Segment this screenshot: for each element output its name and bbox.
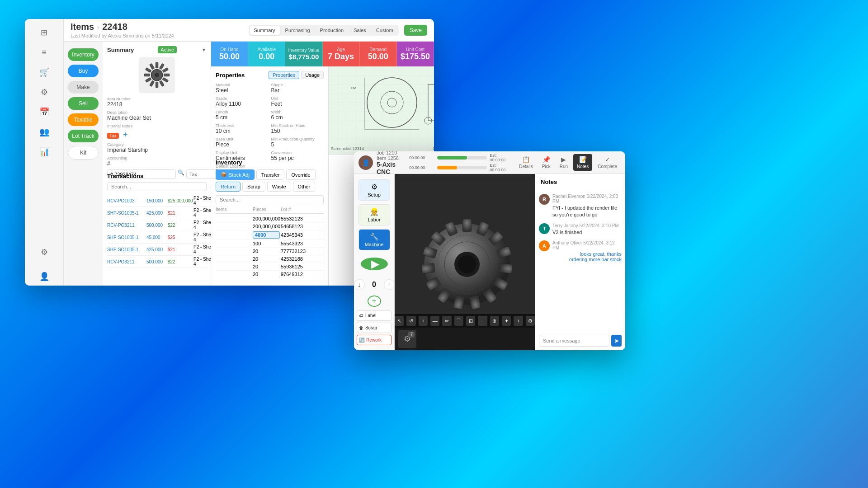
age-value: 7 Days bbox=[328, 52, 354, 61]
other-button[interactable]: Other bbox=[293, 182, 316, 192]
tool-cursor[interactable]: ↖ bbox=[395, 316, 404, 326]
main-header: Items › 22418 Last Modified by Alexia Si… bbox=[64, 19, 434, 42]
scrap-job-button[interactable]: 🗑 Scrap bbox=[357, 323, 392, 333]
thickness-label: Thickness bbox=[216, 123, 269, 128]
summary-title: Summary bbox=[107, 47, 134, 53]
stock-adj-button[interactable]: 📦 Stock Adj bbox=[216, 169, 255, 180]
sidebar-list-icon[interactable]: ≡ bbox=[35, 43, 53, 61]
taxable-button[interactable]: Taxable bbox=[68, 113, 99, 126]
sell-button[interactable]: Sell bbox=[68, 97, 99, 110]
on-hand-value: 50.00 bbox=[219, 52, 240, 61]
notes-send-button[interactable]: ➤ bbox=[611, 335, 622, 347]
inventory-search[interactable] bbox=[216, 195, 324, 204]
tab-usage[interactable]: Usage bbox=[301, 71, 324, 79]
job-window: 👤 Job 1210 Item 1256 5-Axis CNC 00:00:00… bbox=[354, 151, 625, 350]
min-stock-label: Min Stock on Hand bbox=[271, 123, 324, 128]
tab-purchasing[interactable]: Purchasing bbox=[281, 26, 315, 35]
job-tab-details[interactable]: 📋 Details bbox=[515, 154, 537, 171]
tool-rotate[interactable]: ↺ bbox=[406, 316, 415, 326]
description-label: Description bbox=[107, 110, 206, 115]
notes-input[interactable] bbox=[539, 335, 609, 347]
unit-value: Feet bbox=[271, 101, 324, 107]
tab-custom[interactable]: Custom bbox=[372, 26, 398, 35]
tool-grid[interactable]: ⊞ bbox=[466, 316, 475, 326]
setup-button[interactable]: ⚙ Setup bbox=[359, 179, 390, 201]
length-label: Length bbox=[216, 110, 269, 114]
svg-rect-11 bbox=[144, 74, 150, 76]
tool-star[interactable]: ✦ bbox=[502, 316, 511, 326]
inventory-button[interactable]: Inventory bbox=[68, 48, 99, 61]
tool-settings[interactable]: ⚙ bbox=[526, 316, 535, 326]
tool-line[interactable]: — bbox=[430, 316, 439, 326]
sidebar-users-icon[interactable]: 👥 bbox=[35, 123, 53, 141]
stat-available: Available 0.00 bbox=[248, 42, 285, 66]
tool-add[interactable]: + bbox=[514, 316, 523, 326]
labor-button[interactable]: 👷 Labor bbox=[359, 204, 390, 225]
list-item: 20 777732123 bbox=[216, 248, 324, 255]
job-tab-pick[interactable]: 📌 Pick bbox=[538, 154, 554, 171]
note-avatar: T bbox=[539, 223, 550, 234]
job-name: 5-Axis CNC bbox=[377, 161, 406, 175]
machine-button[interactable]: 🔧 Machine bbox=[359, 229, 390, 250]
length-value: 5 cm bbox=[216, 114, 269, 121]
job-tab-complete[interactable]: ✓ Complete bbox=[594, 154, 621, 171]
lot-track-button[interactable]: Lot Track bbox=[68, 130, 99, 142]
label-icon: 🏷 bbox=[359, 313, 363, 318]
add-counter-button[interactable]: + bbox=[368, 296, 381, 307]
note-author: Terry Jacoby 5/22/2024, 3:10 PM bbox=[552, 223, 619, 228]
note-author: Anthony Oliver 5/22/2024, 3:12 PM bbox=[552, 240, 622, 250]
sidebar-settings-icon[interactable]: ⚙ bbox=[35, 243, 53, 261]
add-tag-icon[interactable]: + bbox=[123, 130, 128, 139]
job-tab-notes[interactable]: 📝 Notes bbox=[573, 154, 592, 171]
left-action-buttons: Inventory Buy Make Sell Taxable Lot Trac… bbox=[64, 42, 103, 286]
tool-zoom[interactable]: ⊕ bbox=[490, 316, 499, 326]
tab-summary[interactable]: Summary bbox=[250, 26, 280, 35]
decrement-button[interactable]: ↓ bbox=[354, 279, 365, 290]
note-avatar: R bbox=[539, 194, 550, 205]
tab-production[interactable]: Production bbox=[316, 26, 349, 35]
scrap-button[interactable]: Scrap bbox=[242, 182, 265, 192]
sidebar-chart-icon[interactable]: 📊 bbox=[35, 143, 53, 161]
svg-rect-13 bbox=[149, 63, 154, 70]
svg-rect-10 bbox=[145, 77, 151, 82]
sidebar-cart-icon[interactable]: 🛒 bbox=[35, 63, 53, 81]
tool-minus[interactable]: − bbox=[478, 316, 487, 326]
list-item: 20 55936125 bbox=[216, 263, 324, 271]
last-modified: Last Modified by Alexia Simmons on 5/11/… bbox=[71, 33, 249, 38]
waste-button[interactable]: Waste bbox=[267, 182, 291, 192]
est-label: Est: 00:00:00 bbox=[490, 153, 512, 162]
job-avatar: 👤 bbox=[359, 155, 373, 170]
stat-demand: Demand 50.00 bbox=[360, 42, 397, 66]
buy-button[interactable]: Buy bbox=[68, 65, 99, 77]
transactions-search[interactable] bbox=[107, 182, 207, 191]
sidebar-calendar-icon[interactable]: 📅 bbox=[35, 103, 53, 121]
override-button[interactable]: Override bbox=[286, 169, 315, 180]
material-label: Material bbox=[216, 83, 269, 87]
transfer-button[interactable]: Transfer bbox=[256, 169, 285, 180]
tool-pointer[interactable]: + bbox=[419, 316, 428, 326]
transactions-list: RCV-PO1003 150,000 $25,000,000 P2 - Shel… bbox=[107, 195, 207, 268]
label-button[interactable]: 🏷 Label bbox=[357, 310, 392, 321]
taxable-tag: Tax bbox=[107, 133, 119, 139]
available-value: 0.00 bbox=[259, 52, 274, 61]
sidebar-user-icon[interactable]: 👤 bbox=[35, 267, 53, 286]
tab-properties[interactable]: Properties bbox=[269, 71, 299, 79]
play-button[interactable]: ▶ bbox=[361, 258, 388, 270]
svg-rect-8 bbox=[156, 82, 158, 88]
job-tab-run[interactable]: ▶ Run bbox=[556, 154, 571, 171]
stat-on-hand: On Hand 50.00 bbox=[211, 42, 248, 66]
sidebar-tools-icon[interactable]: ⚙ bbox=[35, 83, 53, 101]
blueprint-area: R2 Screenshot 12314 1/4 › bbox=[329, 66, 434, 155]
tool-curve[interactable]: ⌒ bbox=[454, 316, 463, 326]
tab-sales[interactable]: Sales bbox=[349, 26, 371, 35]
increment-button[interactable]: ↑ bbox=[384, 279, 395, 290]
list-item: 200,000,000 54658123 bbox=[216, 223, 324, 230]
make-button[interactable]: Make bbox=[68, 81, 99, 94]
return-button[interactable]: Return bbox=[216, 182, 241, 192]
sidebar-grid-icon[interactable]: ⊞ bbox=[35, 23, 53, 42]
kit-button[interactable]: Kit bbox=[68, 146, 99, 160]
save-button[interactable]: Save bbox=[404, 25, 427, 36]
rework-button[interactable]: 🔄 Rework bbox=[357, 335, 392, 345]
grade-value: Alloy 1100 bbox=[216, 101, 269, 107]
tool-pen[interactable]: ✏ bbox=[442, 316, 451, 326]
